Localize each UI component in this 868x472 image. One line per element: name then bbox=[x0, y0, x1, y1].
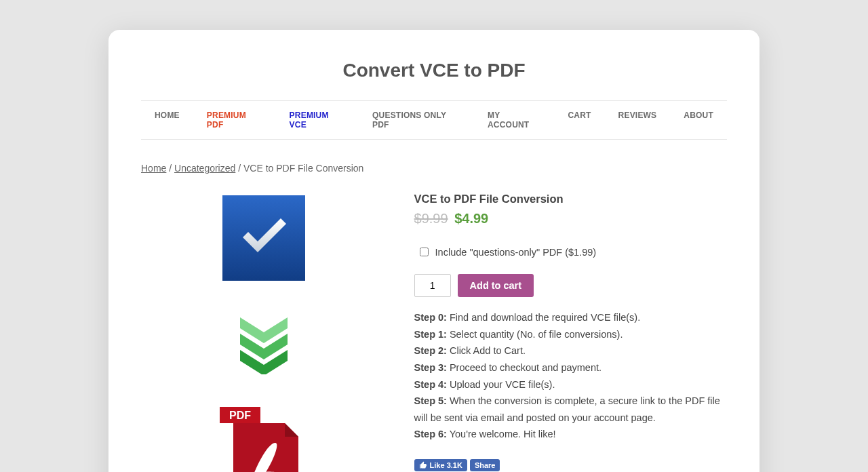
step-3-label: Step 3: bbox=[414, 362, 447, 373]
content: Home / Uncategorized / VCE to PDF File C… bbox=[108, 140, 760, 472]
breadcrumb-home[interactable]: Home bbox=[141, 163, 166, 174]
nav-reviews[interactable]: REVIEWS bbox=[605, 101, 671, 139]
step-5-label: Step 5: bbox=[414, 395, 447, 406]
site-title: Convert VCE to PDF bbox=[108, 30, 760, 100]
step-1-label: Step 1: bbox=[414, 329, 447, 340]
step-1-text: Select quantity (No. of file conversions… bbox=[447, 329, 623, 340]
svg-text:PDF: PDF bbox=[229, 410, 251, 421]
product-summary: VCE to PDF File Conversion $9.99 $4.99 I… bbox=[414, 193, 727, 472]
addon-label: Include "questions-only" PDF ($1.99) bbox=[435, 247, 597, 258]
nav-cart[interactable]: CART bbox=[554, 101, 604, 139]
nav-home[interactable]: HOME bbox=[141, 101, 193, 139]
add-to-cart-button[interactable]: Add to cart bbox=[458, 274, 534, 297]
step-4-text: Upload your VCE file(s). bbox=[447, 379, 555, 390]
step-2-label: Step 2: bbox=[414, 345, 447, 356]
pdf-icon: PDF bbox=[220, 406, 308, 472]
step-0-label: Step 0: bbox=[414, 312, 447, 323]
product-images: PDF bbox=[141, 193, 387, 472]
nav-premium-vce[interactable]: PREMIUM VCE bbox=[276, 101, 359, 139]
nav-my-account[interactable]: MY ACCOUNT bbox=[474, 101, 554, 139]
share-label: Share bbox=[475, 461, 496, 469]
like-label: Like bbox=[430, 461, 445, 469]
step-3-text: Proceed to checkout and payment. bbox=[447, 362, 601, 373]
step-6-label: Step 6: bbox=[414, 429, 447, 439]
breadcrumb-current: VCE to PDF File Conversion bbox=[243, 163, 363, 174]
step-2-text: Click Add to Cart. bbox=[447, 345, 526, 356]
steps-list: Step 0: Find and download the required V… bbox=[414, 309, 727, 443]
main-nav: HOME PREMIUM PDF PREMIUM VCE QUESTIONS O… bbox=[141, 100, 727, 140]
like-count: 3.1K bbox=[447, 461, 462, 469]
nav-premium-pdf[interactable]: PREMIUM PDF bbox=[193, 101, 276, 139]
step-4-label: Step 4: bbox=[414, 379, 447, 390]
nav-about[interactable]: ABOUT bbox=[670, 101, 727, 139]
breadcrumb-category[interactable]: Uncategorized bbox=[174, 163, 235, 174]
breadcrumb: Home / Uncategorized / VCE to PDF File C… bbox=[141, 163, 727, 174]
addon-checkbox[interactable] bbox=[420, 248, 429, 256]
price: $9.99 $4.99 bbox=[414, 211, 727, 227]
page-container: Convert VCE to PDF HOME PREMIUM PDF PREM… bbox=[108, 30, 760, 472]
social-row: Like 3.1K Share bbox=[414, 459, 727, 471]
step-6-text: You're welcome. Hit like! bbox=[447, 429, 556, 439]
fb-share-button[interactable]: Share bbox=[470, 459, 500, 471]
price-new: $4.99 bbox=[454, 211, 488, 226]
price-old: $9.99 bbox=[414, 211, 448, 226]
down-arrows-icon bbox=[237, 317, 290, 377]
step-0-text: Find and download the required VCE file(… bbox=[447, 312, 640, 323]
step-5-text: When the conversion is complete, a secur… bbox=[414, 395, 720, 423]
product: PDF VCE to PDF File Conversion $9.99 $4.… bbox=[141, 193, 727, 472]
nav-questions-only-pdf[interactable]: QUESTIONS ONLY PDF bbox=[359, 101, 474, 139]
quantity-input[interactable] bbox=[414, 274, 451, 297]
addon-row: Include "questions-only" PDF ($1.99) bbox=[420, 247, 727, 258]
product-title: VCE to PDF File Conversion bbox=[414, 193, 727, 205]
fb-like-button[interactable]: Like 3.1K bbox=[414, 459, 467, 471]
vce-icon bbox=[222, 195, 305, 283]
nav-wrap: HOME PREMIUM PDF PREMIUM VCE QUESTIONS O… bbox=[108, 100, 760, 140]
cart-row: Add to cart bbox=[414, 274, 727, 297]
thumb-up-icon bbox=[419, 461, 427, 469]
